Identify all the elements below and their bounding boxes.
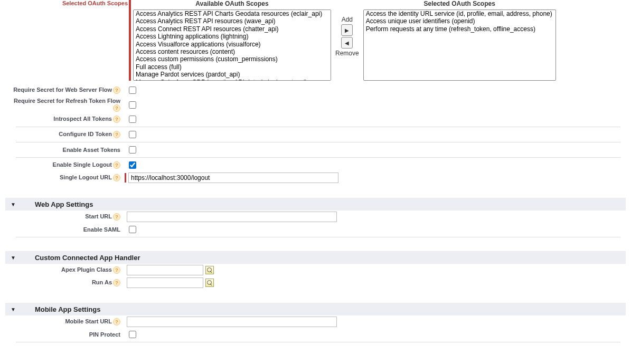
help-icon[interactable]: ? bbox=[113, 104, 120, 112]
custom-handler-header[interactable]: ▼ Custom Connected App Handler bbox=[5, 251, 626, 264]
available-scopes-list[interactable]: Access Analytics REST API Charts Geodata… bbox=[133, 9, 331, 81]
required-indicator bbox=[129, 0, 131, 81]
run-as-input[interactable] bbox=[127, 277, 203, 288]
scope-option[interactable]: Manage Pardot services (pardot_api) bbox=[134, 71, 331, 78]
require-secret-web-checkbox[interactable] bbox=[129, 87, 136, 94]
pin-protect-label: PIN Protect bbox=[89, 331, 120, 338]
lookup-icon[interactable] bbox=[205, 279, 214, 287]
enable-saml-checkbox[interactable] bbox=[129, 226, 136, 233]
custom-handler-title: Custom Connected App Handler bbox=[35, 254, 140, 262]
available-scopes-title: Available OAuth Scopes bbox=[195, 0, 268, 7]
remove-label: Remove bbox=[335, 50, 359, 57]
scope-option[interactable]: Access custom permissions (custom_permis… bbox=[134, 55, 331, 63]
lookup-icon[interactable] bbox=[205, 266, 214, 274]
mobile-start-url-input[interactable] bbox=[127, 317, 337, 327]
help-icon[interactable]: ? bbox=[113, 116, 120, 123]
introspect-all-checkbox[interactable] bbox=[129, 116, 136, 123]
start-url-label: Start URL bbox=[85, 213, 112, 219]
enable-saml-label: Enable SAML bbox=[83, 226, 120, 233]
enable-slo-label: Enable Single Logout bbox=[53, 161, 112, 168]
require-secret-web-label: Require Secret for Web Server Flow bbox=[13, 87, 112, 93]
remove-button[interactable]: ◀ bbox=[341, 37, 353, 49]
configure-id-token-label: Configure ID Token bbox=[59, 131, 112, 137]
selected-oauth-scopes-label: Selected OAuth Scopes bbox=[16, 0, 128, 6]
scope-option[interactable]: Perform requests at any time (refresh_to… bbox=[364, 25, 555, 33]
enable-slo-checkbox[interactable] bbox=[129, 161, 136, 169]
collapse-icon: ▼ bbox=[11, 202, 16, 207]
collapse-icon: ▼ bbox=[11, 255, 16, 261]
start-url-input[interactable] bbox=[127, 212, 337, 222]
apex-class-label: Apex Plugin Class bbox=[61, 266, 112, 273]
selected-scopes-title: Selected OAuth Scopes bbox=[424, 0, 495, 7]
enable-asset-checkbox[interactable] bbox=[129, 146, 136, 154]
mobile-start-url-label: Mobile Start URL bbox=[65, 318, 112, 324]
require-secret-refresh-checkbox[interactable] bbox=[129, 101, 136, 109]
configure-id-token-checkbox[interactable] bbox=[129, 131, 136, 138]
selected-scopes-list[interactable]: Access the identity URL service (id, pro… bbox=[363, 9, 556, 81]
pin-protect-checkbox[interactable] bbox=[129, 331, 136, 338]
help-icon[interactable]: ? bbox=[113, 161, 120, 169]
required-indicator bbox=[125, 173, 126, 183]
scope-option[interactable]: Full access (full) bbox=[134, 63, 331, 71]
help-icon[interactable]: ? bbox=[113, 279, 120, 286]
scope-option[interactable]: Access unique user identifiers (openid) bbox=[364, 17, 555, 25]
slo-url-label: Single Logout URL bbox=[60, 174, 112, 180]
scope-option[interactable]: Access content resources (content) bbox=[134, 48, 331, 55]
scope-option[interactable]: Access Analytics REST API resources (wav… bbox=[134, 17, 331, 25]
add-button[interactable]: ▶ bbox=[341, 24, 353, 36]
enable-asset-label: Enable Asset Tokens bbox=[63, 147, 120, 153]
run-as-label: Run As bbox=[92, 279, 112, 285]
scope-option[interactable]: Access Visualforce applications (visualf… bbox=[134, 41, 331, 48]
help-icon[interactable]: ? bbox=[113, 87, 120, 94]
slo-url-input[interactable] bbox=[128, 173, 338, 183]
scope-option[interactable]: Access the identity URL service (id, pro… bbox=[364, 10, 555, 17]
apex-class-input[interactable] bbox=[127, 265, 203, 275]
help-icon[interactable]: ? bbox=[113, 318, 120, 325]
help-icon[interactable]: ? bbox=[113, 213, 120, 221]
require-secret-refresh-label: Require Secret for Refresh Token Flow bbox=[14, 98, 120, 104]
collapse-icon: ▼ bbox=[11, 306, 16, 312]
introspect-all-label: Introspect All Tokens bbox=[53, 116, 112, 122]
scope-option[interactable]: Access Connect REST API resources (chatt… bbox=[134, 25, 331, 33]
scope-option[interactable]: Manage Salesforce CDP Ingestion API data… bbox=[134, 79, 331, 81]
add-label: Add bbox=[342, 16, 353, 23]
web-app-settings-header[interactable]: ▼ Web App Settings bbox=[5, 198, 626, 210]
help-icon[interactable]: ? bbox=[113, 174, 120, 181]
web-app-settings-title: Web App Settings bbox=[35, 200, 93, 208]
mobile-settings-header[interactable]: ▼ Mobile App Settings bbox=[5, 303, 626, 315]
help-icon[interactable]: ? bbox=[113, 131, 120, 138]
mobile-settings-title: Mobile App Settings bbox=[35, 305, 100, 313]
scope-option[interactable]: Access Analytics REST API Charts Geodata… bbox=[134, 10, 331, 17]
scope-option[interactable]: Access Lightning applications (lightning… bbox=[134, 33, 331, 40]
help-icon[interactable]: ? bbox=[113, 266, 120, 274]
